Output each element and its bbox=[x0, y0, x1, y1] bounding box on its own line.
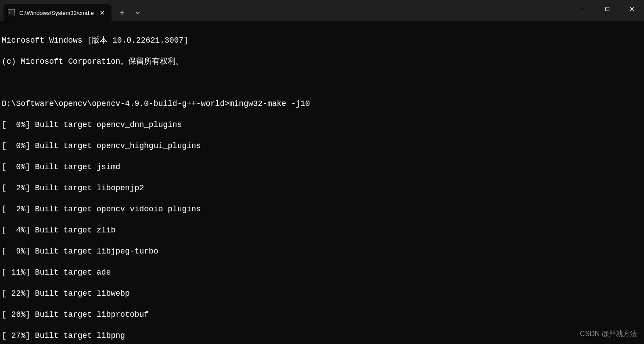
build-line: [ 9%] Built target libjpeg-turbo bbox=[2, 246, 642, 257]
cmd-icon: C:\ bbox=[8, 9, 15, 16]
terminal-prompt: D:\Software\opencv\opencv-4.9.0-build-g+… bbox=[2, 98, 642, 109]
titlebar-left: C:\ C:\Windows\System32\cmd.e bbox=[0, 0, 146, 21]
tab-dropdown-button[interactable] bbox=[130, 5, 146, 21]
terminal-line: (c) Microsoft Corporation。保留所有权利。 bbox=[2, 56, 642, 67]
tab-title: C:\Windows\System32\cmd.e bbox=[19, 10, 94, 16]
window-titlebar: C:\ C:\Windows\System32\cmd.e bbox=[0, 0, 644, 21]
build-line: [ 4%] Built target zlib bbox=[2, 225, 642, 235]
build-line: [ 0%] Built target opencv_dnn_plugins bbox=[2, 119, 642, 130]
terminal-tab[interactable]: C:\ C:\Windows\System32\cmd.e bbox=[4, 4, 112, 21]
maximize-button[interactable] bbox=[595, 0, 619, 18]
new-tab-button[interactable] bbox=[114, 5, 130, 21]
window-controls bbox=[570, 0, 644, 21]
minimize-button[interactable] bbox=[570, 0, 595, 18]
watermark: CSDN @严就方法 bbox=[580, 330, 637, 339]
terminal-output[interactable]: Microsoft Windows [版本 10.0.22621.3007] (… bbox=[0, 21, 644, 344]
build-line: [ 11%] Built target ade bbox=[2, 267, 642, 278]
terminal-line: Microsoft Windows [版本 10.0.22621.3007] bbox=[2, 35, 642, 46]
build-line: [ 2%] Built target opencv_videoio_plugin… bbox=[2, 204, 642, 214]
build-line: [ 2%] Built target libopenjp2 bbox=[2, 183, 642, 193]
build-line: [ 26%] Built target libprotobuf bbox=[2, 309, 642, 320]
build-line: [ 0%] Built target opencv_highgui_plugin… bbox=[2, 141, 642, 151]
build-line: [ 27%] Built target libpng bbox=[2, 330, 642, 341]
svg-rect-2 bbox=[605, 7, 609, 11]
close-tab-button[interactable] bbox=[98, 9, 106, 17]
terminal-line bbox=[2, 77, 642, 88]
svg-text:C:\: C:\ bbox=[9, 11, 15, 15]
build-line: [ 22%] Built target libwebp bbox=[2, 288, 642, 299]
close-window-button[interactable] bbox=[619, 0, 644, 18]
build-line: [ 0%] Built target jsimd bbox=[2, 162, 642, 172]
